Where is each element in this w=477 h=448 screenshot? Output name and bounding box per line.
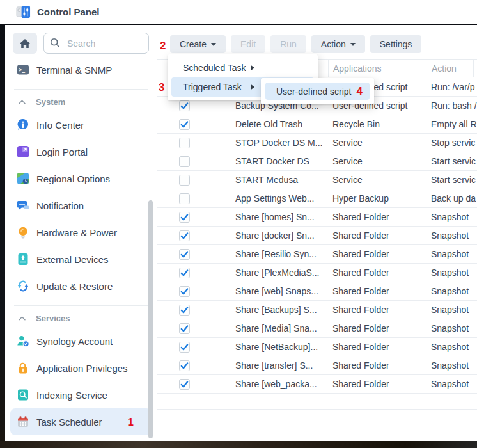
row-checkbox[interactable]: [179, 305, 190, 316]
sidebar-item-label: Synology Account: [36, 336, 113, 347]
action-cell: Snapshot: [426, 230, 477, 241]
sidebar-item-synology-account[interactable]: Synology Account: [10, 328, 152, 355]
sidebar-search-row: [5, 25, 157, 56]
table-row[interactable]: START Docker DSServiceStart servic: [157, 152, 477, 171]
table-row[interactable]: Share [web] Snaps...Shared FolderSnapsho…: [157, 282, 477, 301]
checkbox-cell: [157, 212, 211, 223]
row-checkbox[interactable]: [179, 193, 190, 204]
toolbar-button-run: Run: [270, 35, 306, 53]
sidebar-scrollbar[interactable]: [148, 200, 153, 438]
action-cell: Snapshot: [426, 323, 477, 333]
column-header-action[interactable]: Action: [426, 60, 477, 77]
annotation-step-2: 2: [160, 40, 166, 51]
home-button[interactable]: [13, 33, 37, 54]
row-checkbox[interactable]: [179, 360, 190, 371]
table-row[interactable]: Share [transfer] S...Shared FolderSnapsh…: [157, 356, 477, 375]
sidebar-item-external-devices[interactable]: External Devices: [10, 246, 152, 273]
table-row[interactable]: START MedusaServiceStart servic: [157, 171, 477, 189]
table-row[interactable]: Share [web_packa...Shared FolderSnapshot: [157, 375, 477, 394]
task-name-cell: START Docker DS: [211, 156, 328, 166]
submenu-arrow-icon: [251, 84, 254, 90]
task-name-cell: Share [Resilio Syn...: [211, 249, 328, 259]
sidebar-item-regional-options[interactable]: Regional Options: [10, 165, 152, 192]
task-name-cell: Share [web_packa...: [211, 379, 328, 389]
svg-text:>_: >_: [19, 67, 26, 73]
empty-row: [157, 394, 477, 410]
table-row[interactable]: App Settings Web...Hyper BackupBack up d…: [157, 189, 477, 208]
row-checkbox[interactable]: [179, 286, 190, 297]
application-cell: Shared Folder: [328, 230, 426, 241]
row-checkbox[interactable]: [179, 268, 190, 278]
search-box[interactable]: [43, 33, 149, 54]
action-cell: Snapshot: [426, 212, 477, 222]
table-row[interactable]: STOP Docker DS M...ServiceStop servic: [157, 134, 477, 152]
table-row[interactable]: Share [homes] Sn...Shared FolderSnapshot: [157, 208, 477, 227]
info-center-icon: [17, 118, 29, 131]
table-row[interactable]: Share [Resilio Syn...Shared FolderSnapsh…: [157, 245, 477, 264]
column-header-applications[interactable]: Applications: [328, 60, 426, 77]
row-checkbox[interactable]: [179, 212, 190, 223]
application-cell: Shared Folder: [328, 342, 426, 352]
checkbox-cell: [157, 360, 211, 371]
row-checkbox[interactable]: [179, 100, 190, 111]
sidebar-section-services[interactable]: Services: [10, 308, 152, 328]
search-input[interactable]: [66, 38, 143, 49]
table-row[interactable]: Share [docker] Sn...Shared FolderSnapsho…: [157, 227, 477, 245]
sidebar-section-system[interactable]: System: [10, 92, 152, 111]
checkbox-cell: [157, 249, 211, 260]
sidebar-item-indexing-service[interactable]: Indexing Service: [10, 381, 152, 408]
row-checkbox[interactable]: [179, 323, 190, 334]
checkbox-cell: [157, 193, 211, 204]
submenu-item-user-defined-script[interactable]: User-defined script4: [265, 83, 370, 100]
checkbox-cell: [157, 342, 211, 353]
table-row[interactable]: Share [Backups] S...Shared FolderSnapsho…: [157, 301, 477, 319]
toolbar-button-label: Create: [180, 39, 207, 49]
sidebar-item-terminal-snmp[interactable]: >_Terminal & SNMP: [10, 56, 152, 83]
checkbox-cell: [157, 268, 211, 278]
sidebar-item-info-center[interactable]: Info Center: [10, 111, 152, 138]
row-checkbox[interactable]: [179, 119, 190, 130]
table-row[interactable]: Share [Media] Sna...Shared FolderSnapsho…: [157, 319, 477, 338]
toolbar-button-action[interactable]: Action: [311, 35, 365, 53]
table-row[interactable]: Share [PlexMediaS...Shared FolderSnapsho…: [157, 264, 477, 282]
menu-item-label: Scheduled Task: [183, 63, 246, 73]
task-name-cell: Share [Backups] S...: [211, 305, 328, 315]
toolbar-button-label: Run: [280, 39, 297, 49]
row-checkbox[interactable]: [179, 249, 190, 260]
task-name-cell: Delete Old Trash: [211, 119, 328, 129]
sidebar-item-label: External Devices: [36, 254, 109, 265]
toolbar-button-label: Settings: [380, 39, 412, 49]
row-checkbox[interactable]: [179, 138, 190, 148]
toolbar-button-label: Action: [321, 39, 346, 49]
sidebar-divider: [14, 305, 148, 306]
task-name-cell: Share [homes] Sn...: [211, 212, 328, 222]
application-cell: Service: [328, 175, 426, 185]
row-checkbox[interactable]: [179, 379, 190, 390]
sidebar-item-notification[interactable]: Notification: [10, 192, 152, 219]
table-row[interactable]: Delete Old TrashRecycle BinEmpty all R: [157, 115, 477, 134]
regional-options-icon: [17, 172, 29, 185]
sidebar-item-application-privileges[interactable]: Application Privileges: [10, 355, 152, 381]
sidebar-item-hardware-power[interactable]: Hardware & Power: [10, 219, 152, 246]
row-checkbox[interactable]: [179, 156, 190, 167]
sidebar-item-task-scheduler[interactable]: Task Scheduler1: [10, 408, 152, 435]
checkbox-cell: [157, 156, 211, 167]
toolbar-button-create[interactable]: Create: [170, 35, 226, 53]
row-checkbox[interactable]: [179, 230, 190, 241]
indexing-service-icon: [17, 388, 29, 401]
checkbox-cell: [157, 138, 211, 148]
row-checkbox[interactable]: [179, 175, 190, 186]
sidebar-nav: >_Terminal & SNMPSystemInfo CenterLogin …: [5, 56, 157, 435]
submenu-item-label: User-defined script: [276, 86, 352, 97]
toolbar-button-settings[interactable]: Settings: [370, 35, 422, 53]
table-row[interactable]: Share [NetBackup]...Shared FolderSnapsho…: [157, 338, 477, 356]
window-titlebar[interactable]: Control Panel: [0, 0, 477, 24]
action-cell: Snapshot: [426, 286, 477, 296]
menu-item-scheduled-task[interactable]: Scheduled Task: [171, 58, 314, 77]
row-checkbox[interactable]: [179, 342, 190, 353]
submenu-arrow-icon: [251, 65, 254, 71]
sidebar-section-label: Services: [36, 314, 70, 323]
task-name-cell: Share [NetBackup]...: [211, 342, 328, 352]
sidebar-item-login-portal[interactable]: Login Portal: [10, 138, 152, 165]
sidebar-item-update-restore[interactable]: Update & Restore: [10, 273, 152, 300]
